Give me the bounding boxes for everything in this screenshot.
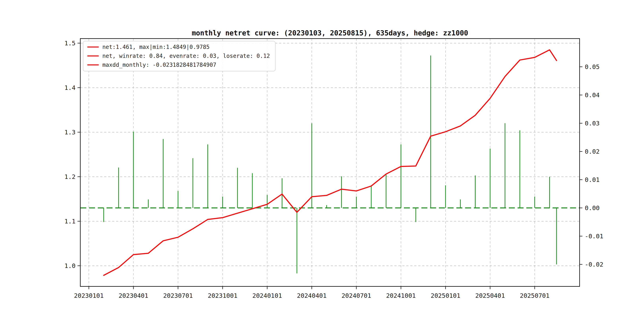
x-tick-label: 20250401 bbox=[475, 292, 505, 299]
right-tick-label: 0.00 bbox=[585, 204, 600, 212]
legend-label: maxdd_monthly: -0.0231828481784907 bbox=[102, 62, 216, 68]
right-tick-label: 0.05 bbox=[585, 63, 600, 70]
x-tick-label: 20250101 bbox=[431, 292, 460, 299]
legend-box: net:1.461, max|min:1.4849|0.9785 net, wi… bbox=[83, 41, 276, 71]
net-line-swatch bbox=[87, 56, 99, 56]
right-tick-label: 0.02 bbox=[585, 148, 600, 155]
x-tick-label: 20231001 bbox=[208, 292, 237, 299]
x-tick-label: 20240101 bbox=[252, 292, 282, 299]
legend-entry-winrate: net, winrate: 0.84, evenrate: 0.03, lose… bbox=[87, 53, 270, 59]
x-tick-label: 20240401 bbox=[297, 292, 326, 299]
left-tick-label: 1.4 bbox=[64, 84, 76, 91]
legend-entry-maxdd: maxdd_monthly: -0.0231828481784907 bbox=[87, 62, 270, 68]
x-tick-label: 20240701 bbox=[342, 292, 371, 299]
x-tick-label: 20230401 bbox=[119, 292, 148, 299]
x-tick-label: 20230701 bbox=[163, 292, 193, 299]
net-line-swatch bbox=[87, 46, 99, 48]
right-tick-label: 0.01 bbox=[585, 176, 600, 183]
net-curve-line bbox=[104, 50, 556, 275]
left-tick-label: 1.0 bbox=[64, 262, 76, 269]
chart-figure: monthly netret curve: (20230103, 2025081… bbox=[0, 0, 644, 322]
left-tick-label: 1.3 bbox=[64, 128, 76, 136]
net-line-swatch bbox=[87, 64, 99, 66]
left-tick-label: 1.5 bbox=[64, 40, 76, 47]
right-tick-label: -0.01 bbox=[585, 232, 603, 240]
legend-entry-net: net:1.461, max|min:1.4849|0.9785 bbox=[87, 44, 270, 50]
x-tick-label: 20241001 bbox=[386, 292, 416, 299]
left-tick-label: 1.2 bbox=[64, 173, 76, 180]
right-tick-label: 0.03 bbox=[585, 120, 600, 127]
legend-label: net:1.461, max|min:1.4849|0.9785 bbox=[102, 44, 210, 50]
legend-label: net, winrate: 0.84, evenrate: 0.03, lose… bbox=[102, 53, 270, 59]
right-tick-label: -0.02 bbox=[585, 261, 603, 268]
left-tick-label: 1.1 bbox=[64, 218, 76, 225]
x-tick-label: 20250701 bbox=[520, 292, 550, 299]
right-tick-label: 0.04 bbox=[585, 92, 600, 98]
x-tick-label: 20230101 bbox=[74, 292, 104, 299]
